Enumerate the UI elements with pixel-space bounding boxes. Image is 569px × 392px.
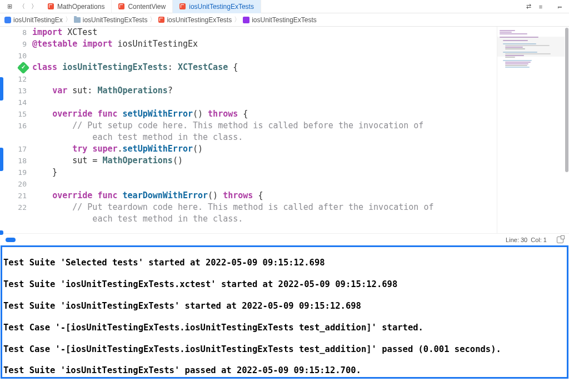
col-indicator: Col: 1	[531, 237, 547, 243]
tab-label: MathOperations	[57, 3, 104, 11]
scrollbar-thumb[interactable]	[565, 28, 568, 172]
nav-forward-icon[interactable]: 〉	[29, 2, 39, 12]
vertical-scrollbar[interactable]	[565, 27, 569, 233]
tab-mathoperations[interactable]: MathOperations	[41, 0, 112, 13]
console-line: Test Case '-[iosUnitTestingExTests.iosUn…	[3, 344, 566, 355]
editor-toolbar: ⊞ 〈 〉 MathOperations ContentView iosUnit…	[0, 0, 569, 13]
breadcrumb-project[interactable]: iosUnitTestingEx	[4, 16, 63, 24]
swift-file-icon	[118, 3, 124, 9]
toolbar-changes-icon[interactable]: ⇄	[523, 2, 533, 12]
folder-icon	[74, 17, 81, 23]
breadcrumb-file[interactable]: iosUnitTestingExTests	[158, 16, 232, 24]
breadcrumb-symbol[interactable]: iosUnitTestingExTests	[243, 16, 317, 24]
console-line: Test Case '-[iosUnitTestingExTests.iosUn…	[3, 323, 566, 333]
swift-file-icon	[179, 3, 186, 9]
minimap[interactable]	[497, 27, 565, 233]
popout-icon[interactable]	[557, 237, 563, 243]
chevron-right-icon: 〉	[234, 15, 241, 24]
project-icon	[4, 17, 11, 23]
class-symbol-icon	[243, 17, 249, 23]
console-line: Test Suite 'iosUnitTestingExTests' start…	[3, 301, 566, 311]
console-line: Test Suite 'Selected tests' started at 2…	[3, 258, 566, 268]
breadcrumb: iosUnitTestingEx 〉 iosUnitTestingExTests…	[0, 13, 569, 27]
nav-back-icon[interactable]: 〈	[17, 2, 27, 12]
code-area[interactable]: import XCTest @testable import iosUnitTe…	[32, 27, 497, 233]
tab-label: iosUnitTestingExTests	[189, 3, 254, 11]
console-line: Test Suite 'iosUnitTestingExTests' passe…	[3, 365, 566, 376]
tab-label: ContentView	[128, 3, 166, 11]
chevron-right-icon: 〉	[65, 15, 72, 24]
grid-icon[interactable]: ⊞	[4, 2, 14, 12]
breadcrumb-folder[interactable]: iosUnitTestingExTests	[74, 16, 148, 24]
status-bar: Line: 30 Col: 1	[0, 233, 569, 245]
tab-contentview[interactable]: ContentView	[112, 0, 173, 13]
source-editor: 8 9 10 11 12 13 14 15 16 17 18 19 20 21 …	[0, 27, 569, 233]
line-indicator: Line: 30	[506, 237, 527, 243]
swift-file-icon	[158, 17, 164, 23]
editor-tabs: MathOperations ContentView iosUnitTestin…	[41, 0, 261, 13]
toolbar-lines-icon[interactable]: ≡	[536, 2, 546, 12]
chevron-right-icon: 〉	[149, 15, 156, 24]
tab-iosunittestingextests[interactable]: iosUnitTestingExTests	[173, 0, 261, 13]
console-line: Test Suite 'iosUnitTestingExTests.xctest…	[3, 279, 566, 290]
swift-file-icon	[48, 3, 54, 9]
debug-console[interactable]: Test Suite 'Selected tests' started at 2…	[1, 245, 568, 379]
scope-indicator[interactable]	[6, 238, 16, 242]
line-gutter: 8 9 10 11 12 13 14 15 16 17 18 19 20 21 …	[3, 27, 32, 233]
toggle-inspectors-icon[interactable]: ⫭	[555, 2, 565, 12]
